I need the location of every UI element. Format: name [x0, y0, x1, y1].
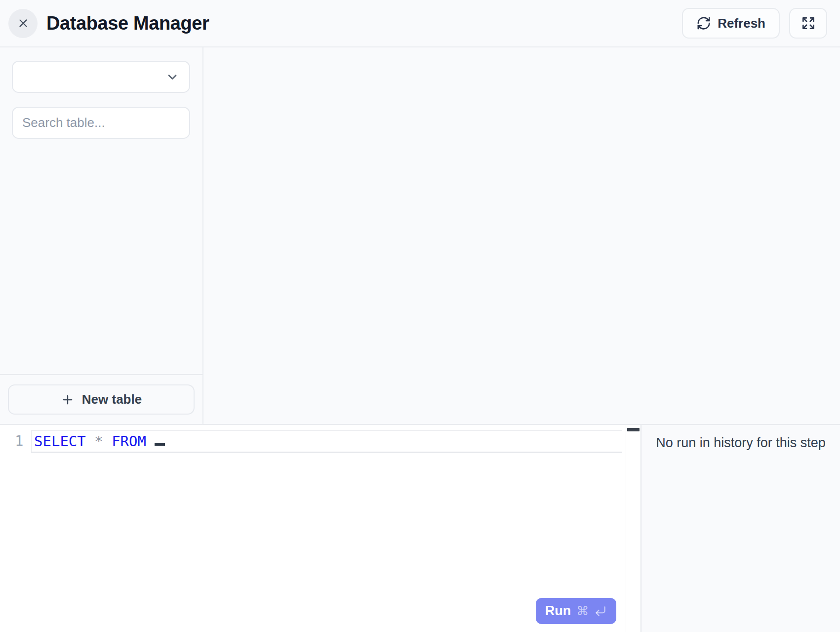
- line-number: 1: [15, 432, 23, 449]
- command-key-icon: ⌘: [576, 604, 589, 618]
- chevron-down-icon: [165, 70, 179, 84]
- refresh-button[interactable]: Refresh: [682, 8, 780, 39]
- expand-icon: [800, 15, 816, 31]
- sql-operator-star: *: [94, 433, 112, 450]
- run-label: Run: [545, 603, 571, 619]
- close-button[interactable]: [8, 9, 38, 38]
- new-table-label: New table: [82, 392, 142, 407]
- return-key-icon: [594, 605, 607, 618]
- table-select-dropdown[interactable]: [12, 61, 190, 93]
- header: Database Manager Refresh: [0, 0, 840, 47]
- header-actions: Refresh: [682, 8, 827, 39]
- main-empty-area: [204, 47, 840, 424]
- refresh-label: Refresh: [718, 16, 765, 31]
- sidebar-footer: New table: [0, 374, 202, 424]
- table-list: [0, 139, 202, 374]
- text-cursor: [155, 443, 165, 446]
- sidebar-controls: [0, 47, 202, 139]
- run-button[interactable]: Run ⌘: [536, 598, 616, 624]
- scrollbar-thumb[interactable]: [627, 428, 640, 431]
- sql-keyword-from: FROM: [112, 433, 155, 450]
- database-manager-panel: Database Manager Refresh New table: [0, 0, 840, 632]
- sql-active-line[interactable]: SELECT * FROM: [31, 430, 622, 453]
- new-table-button[interactable]: New table: [8, 384, 195, 415]
- page-title: Database Manager: [46, 13, 209, 34]
- expand-button[interactable]: [789, 8, 827, 39]
- sql-keyword-select: SELECT: [34, 433, 94, 450]
- sidebar: New table: [0, 47, 203, 424]
- bottom-section: 1 SELECT * FROM Run ⌘ No run in history …: [0, 424, 840, 632]
- history-empty-message: No run in history for this step: [656, 435, 826, 450]
- plus-icon: [61, 393, 75, 407]
- close-icon: [17, 17, 30, 30]
- refresh-icon: [696, 16, 711, 31]
- sql-editor[interactable]: 1 SELECT * FROM Run ⌘: [0, 425, 626, 632]
- run-history-panel: No run in history for this step: [640, 425, 840, 632]
- editor-scrollbar[interactable]: [626, 425, 640, 632]
- search-table-input[interactable]: [12, 107, 190, 139]
